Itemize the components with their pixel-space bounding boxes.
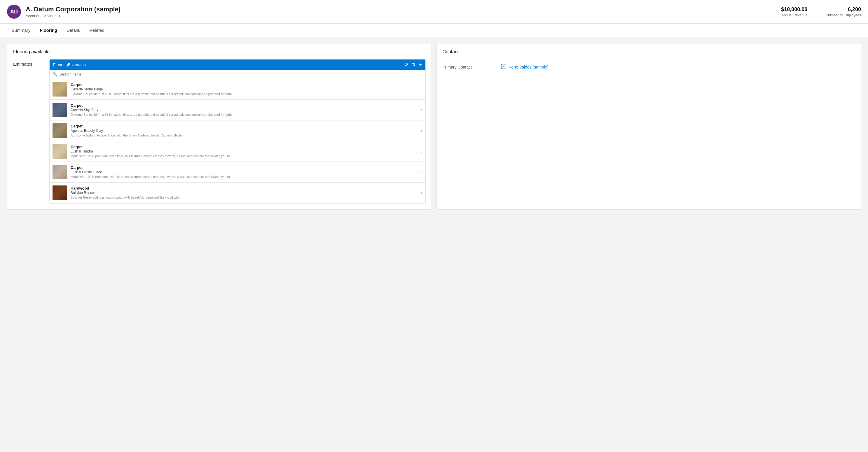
- list-item[interactable]: Hardwood Bolivian Rosewood Bolivian Rose…: [50, 183, 425, 203]
- avatar: AD: [7, 5, 21, 19]
- breadcrumb: Account · Account ▾: [26, 14, 781, 18]
- item-desc: Made with 100% premium nylon fiber, this…: [71, 175, 417, 179]
- flooring-list: Carpet Caserta Stone Beige Extreme Serie…: [50, 79, 425, 203]
- tab-details[interactable]: Details: [62, 24, 85, 37]
- item-type: Carpet: [71, 124, 417, 128]
- app-container: AD A. Datum Corporation (sample) Account…: [0, 0, 868, 452]
- flooring-estimates-label: Estimates: [13, 59, 42, 203]
- list-item[interactable]: Carpet Caserta Sky Grey Extreme Series 1…: [50, 100, 425, 121]
- contact-card: Contact Primary Contact Rene Valdes (sam…: [436, 43, 861, 210]
- item-type: Carpet: [71, 83, 417, 87]
- chevron-right-icon: ›: [421, 149, 423, 154]
- company-name: A. Datum Corporation (sample): [26, 5, 781, 13]
- chevron-right-icon: ›: [421, 87, 423, 92]
- search-icon: 🔍: [53, 72, 57, 76]
- item-type: Carpet: [71, 144, 417, 149]
- sort-button[interactable]: ⇅: [412, 62, 415, 67]
- item-desc: Extreme Series 18 in. x 18 in. carpet ti…: [71, 112, 417, 117]
- contact-card-title: Contact: [443, 49, 855, 55]
- breadcrumb-separator: ·: [41, 14, 42, 18]
- tab-flooring[interactable]: Flooring: [35, 24, 62, 37]
- widget-actions: ↺ ⇅ +: [404, 62, 422, 67]
- header: AD A. Datum Corporation (sample) Account…: [0, 0, 868, 24]
- tab-summary[interactable]: Summary: [7, 24, 35, 37]
- flooring-card: Flooring available Estimates FlooringEst…: [7, 43, 432, 210]
- header-stats: $10,000.00 Annual Revenue 6,200 Number o…: [781, 6, 861, 18]
- item-name: Caserta Sky Grey: [71, 108, 417, 112]
- main-content: Flooring available Estimates FlooringEst…: [0, 37, 868, 452]
- item-desc: Bolivian Rosewood is an exotic wood with…: [71, 195, 417, 199]
- flooring-widget: FlooringEstimates ↺ ⇅ + 🔍: [49, 59, 426, 203]
- breadcrumb-dropdown[interactable]: Account ▾: [44, 14, 60, 18]
- flooring-card-title: Flooring available: [13, 49, 426, 55]
- nav-tabs: Summary Flooring Details Related: [0, 24, 868, 37]
- item-desc: Made with 100% premium nylon fiber, this…: [71, 154, 417, 158]
- item-type: Hardwood: [71, 186, 417, 190]
- widget-header: FlooringEstimates ↺ ⇅ +: [50, 60, 425, 70]
- item-info: Carpet Caserta Sky Grey Extreme Series 1…: [71, 103, 417, 117]
- breadcrumb-account-type: Account: [44, 14, 58, 18]
- add-item-button[interactable]: +: [419, 62, 422, 67]
- tab-related[interactable]: Related: [85, 24, 109, 37]
- contact-icon: [501, 64, 506, 70]
- item-name: Bolivian Rosewood: [71, 191, 417, 195]
- item-info: Carpet Ageless Beauty Clay Add some fash…: [71, 124, 417, 137]
- breadcrumb-account[interactable]: Account: [26, 14, 39, 18]
- list-item[interactable]: Carpet Lush II Frosty Glade Made with 10…: [50, 162, 425, 183]
- header-info: A. Datum Corporation (sample) Account · …: [26, 5, 781, 18]
- list-item[interactable]: Carpet Ageless Beauty Clay Add some fash…: [50, 121, 425, 141]
- flooring-card-body: Estimates FlooringEstimates ↺ ⇅ +: [13, 59, 426, 203]
- item-info: Hardwood Bolivian Rosewood Bolivian Rose…: [71, 186, 417, 199]
- item-name: Caserta Stone Beige: [71, 87, 417, 91]
- item-thumbnail: [53, 186, 67, 200]
- contact-link[interactable]: Rene Valdes (sample): [508, 65, 549, 69]
- search-input[interactable]: [60, 72, 423, 76]
- item-type: Carpet: [71, 103, 417, 107]
- item-thumbnail: [53, 82, 67, 97]
- chevron-down-icon: ▾: [59, 14, 60, 18]
- item-thumbnail: [53, 144, 67, 159]
- chevron-right-icon: ›: [421, 128, 423, 133]
- employees-value: 6,200: [826, 6, 861, 12]
- refresh-button[interactable]: ↺: [404, 62, 408, 67]
- list-item[interactable]: Carpet Caserta Stone Beige Extreme Serie…: [50, 79, 425, 100]
- item-info: Carpet Lush II Tundra Made with 100% pre…: [71, 144, 417, 158]
- item-thumbnail: [53, 165, 67, 179]
- primary-contact-row: Primary Contact Rene Valdes (sample): [443, 59, 855, 75]
- item-name: Lush II Tundra: [71, 149, 417, 153]
- item-thumbnail: [53, 103, 67, 117]
- annual-revenue-stat: $10,000.00 Annual Revenue: [781, 6, 807, 17]
- item-desc: Extreme Series 18 in. x 18 in. carpet ti…: [71, 92, 417, 96]
- annual-revenue-label: Annual Revenue: [781, 13, 807, 17]
- item-type: Carpet: [71, 165, 417, 170]
- chevron-right-icon: ›: [421, 170, 423, 174]
- chevron-right-icon: ›: [421, 107, 423, 112]
- item-name: Ageless Beauty Clay: [71, 129, 417, 133]
- svg-point-1: [503, 65, 504, 67]
- item-name: Lush II Frosty Glade: [71, 170, 417, 174]
- employees-label: Number of Employees: [826, 13, 861, 17]
- search-container: 🔍: [50, 70, 425, 79]
- item-info: Carpet Lush II Frosty Glade Made with 10…: [71, 165, 417, 179]
- employees-stat: 6,200 Number of Employees: [826, 6, 861, 17]
- chevron-right-icon: ›: [421, 190, 423, 195]
- primary-contact-label: Primary Contact: [443, 65, 501, 69]
- list-item[interactable]: Carpet Lush II Tundra Made with 100% pre…: [50, 141, 425, 162]
- item-desc: Add some fashion to your floors with the…: [71, 133, 417, 137]
- item-thumbnail: [53, 123, 67, 138]
- content-grid: Flooring available Estimates FlooringEst…: [7, 43, 861, 210]
- contact-value: Rene Valdes (sample): [501, 64, 549, 70]
- widget-title: FlooringEstimates: [53, 62, 86, 67]
- annual-revenue-value: $10,000.00: [781, 6, 807, 12]
- item-info: Carpet Caserta Stone Beige Extreme Serie…: [71, 83, 417, 96]
